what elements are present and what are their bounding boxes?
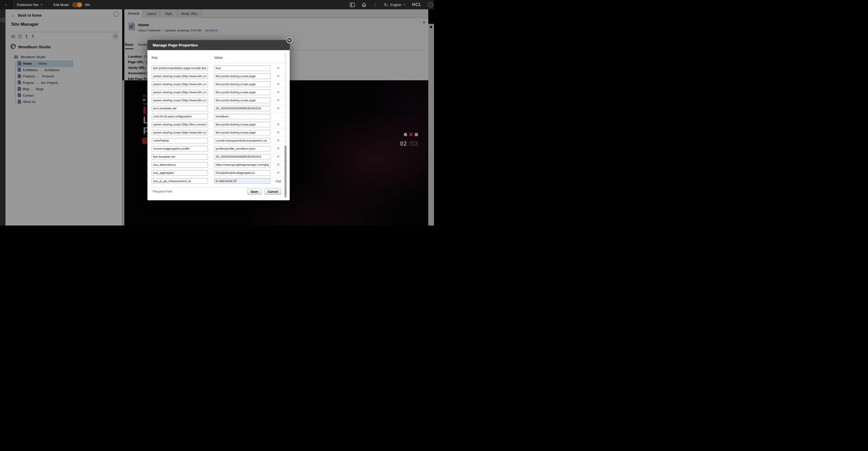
translate-icon: 文A (384, 2, 389, 7)
key-input[interactable] (152, 98, 208, 103)
value-input[interactable] (214, 82, 271, 87)
row-action: × (271, 98, 286, 103)
edit-mode-state: ON (85, 3, 90, 7)
dialog-close-button[interactable]: ✕ (286, 37, 292, 44)
key-input[interactable] (152, 146, 208, 151)
required-field-note: * Required Field (152, 190, 172, 193)
top-bar-right: ⋮ 文A English ▼ HCL i (350, 2, 434, 7)
value-input[interactable] (214, 154, 271, 160)
row-action: × (271, 122, 286, 127)
kv-row: × (148, 88, 290, 96)
dialog-scrollbar-thumb[interactable] (284, 145, 286, 197)
value-input[interactable] (214, 170, 271, 176)
close-icon: ✕ (288, 38, 291, 42)
toggle-knob (77, 2, 82, 7)
save-button[interactable]: Save (247, 189, 261, 195)
row-action: Add (271, 179, 286, 184)
key-input[interactable] (152, 82, 208, 87)
remove-row-icon[interactable]: × (277, 74, 279, 78)
kv-row: × (148, 105, 290, 112)
kebab-menu-icon[interactable]: ⋮ (373, 2, 377, 7)
remove-row-icon[interactable]: × (277, 82, 279, 86)
chevron-down-icon: ▼ (40, 4, 42, 6)
row-action: × (271, 138, 286, 143)
value-input[interactable] (214, 130, 271, 135)
remove-row-icon[interactable]: × (277, 66, 279, 70)
key-input[interactable] (152, 138, 208, 143)
remove-row-icon[interactable]: × (277, 98, 279, 102)
key-input[interactable] (152, 178, 208, 184)
key-input[interactable] (152, 130, 208, 135)
row-action: × (271, 130, 286, 135)
key-value-table: ×××××××××××××Add (148, 64, 290, 185)
kv-row: × (148, 96, 290, 105)
remove-row-icon[interactable]: × (277, 170, 279, 175)
row-action: × (271, 146, 286, 151)
key-input[interactable] (152, 114, 208, 119)
key-input[interactable] (152, 90, 208, 95)
value-column-header: Value (214, 56, 222, 59)
row-action: × (271, 154, 286, 159)
info-icon[interactable]: i (428, 2, 433, 7)
site-mode-dropdown[interactable]: Published Site ▼ (17, 3, 42, 7)
back-chevron-button[interactable]: ‹ (0, 0, 12, 9)
row-action: × (271, 82, 286, 86)
row-action: × (271, 74, 286, 79)
key-input[interactable] (152, 170, 208, 176)
key-input[interactable] (152, 74, 208, 79)
value-input[interactable] (214, 65, 271, 71)
side-panel-icon[interactable] (350, 3, 355, 7)
key-input[interactable] (152, 162, 208, 168)
kv-row: × (148, 72, 290, 80)
value-input[interactable] (214, 90, 271, 95)
remove-row-icon[interactable]: × (277, 162, 279, 167)
key-input[interactable] (152, 65, 208, 71)
column-headers: Key Value (152, 56, 284, 59)
divider (151, 63, 286, 63)
value-input[interactable] (214, 162, 271, 168)
value-input[interactable] (214, 146, 271, 151)
key-input[interactable] (152, 122, 208, 127)
top-bar: ‹ Published Site ▼ Edit Mode: ON ⋮ 文A En… (0, 0, 434, 9)
key-input[interactable] (152, 106, 208, 111)
remove-row-icon[interactable]: × (277, 106, 279, 110)
row-action: × (271, 106, 286, 111)
dialog-buttons: Save Cancel (247, 189, 281, 195)
kv-row: × (148, 64, 290, 72)
kv-row: × (148, 161, 290, 169)
remove-row-icon[interactable]: × (277, 154, 279, 159)
value-input[interactable] (214, 178, 271, 184)
key-input[interactable] (152, 154, 208, 160)
chevron-left-icon: ‹ (5, 2, 7, 7)
value-input[interactable] (214, 138, 271, 143)
remove-row-icon[interactable]: × (277, 138, 279, 143)
kv-row: × (148, 80, 290, 88)
value-input[interactable] (214, 106, 271, 111)
chevron-down-icon: ▼ (403, 4, 405, 6)
value-input[interactable] (214, 122, 271, 127)
edit-mode-label: Edit Mode: (54, 3, 69, 7)
kv-row: × (148, 169, 290, 177)
home-icon[interactable] (362, 2, 367, 7)
hcl-logo: HCL (412, 2, 421, 7)
value-input[interactable] (214, 98, 271, 103)
row-action: × (271, 162, 286, 167)
manage-page-properties-dialog: Manage Page Properties ✕ Key Value ×××××… (148, 40, 290, 200)
remove-row-icon[interactable]: × (277, 90, 279, 94)
remove-row-icon[interactable]: × (277, 122, 279, 126)
language-selector[interactable]: 文A English ▼ (384, 3, 405, 7)
row-action: × (271, 90, 286, 94)
screen: ‹ Published Site ▼ Edit Mode: ON ⋮ 文A En… (0, 0, 434, 225)
add-row-link[interactable]: Add (275, 179, 281, 183)
kv-row: × (148, 120, 290, 129)
remove-row-icon[interactable]: × (277, 130, 279, 135)
edit-mode-toggle[interactable] (72, 2, 82, 7)
kv-row: × (148, 145, 290, 153)
kv-row: Add (148, 177, 290, 185)
kv-row: × (148, 153, 290, 161)
value-input[interactable] (214, 74, 271, 79)
value-input[interactable] (214, 114, 271, 119)
divider (151, 187, 286, 188)
remove-row-icon[interactable]: × (277, 146, 279, 151)
cancel-button[interactable]: Cancel (265, 189, 281, 195)
